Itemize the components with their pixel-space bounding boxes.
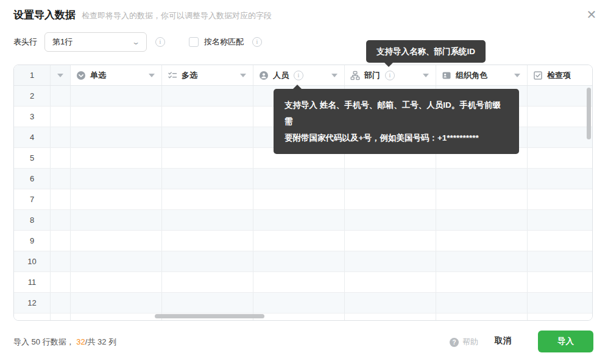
table-cell: [162, 169, 253, 189]
table-cell: [253, 272, 345, 292]
row-gutter-cell: [51, 251, 71, 271]
table-cell: [71, 251, 162, 271]
table-cell: [436, 293, 528, 313]
table-cell: [71, 169, 162, 189]
help-button[interactable]: ? 帮助: [450, 337, 478, 348]
row-gutter-cell: [51, 210, 71, 230]
row-number-cell: 11: [14, 272, 51, 292]
table-cell: [345, 293, 436, 313]
table-cell: [71, 148, 162, 168]
row-number-cell: [14, 313, 51, 321]
table-row: 8: [14, 210, 592, 231]
column-header-多选[interactable]: 多选: [162, 65, 253, 85]
table-cell: [162, 189, 253, 209]
row-number-cell: 4: [14, 127, 51, 147]
row-gutter-cell: [51, 293, 71, 313]
row-number-cell: 10: [14, 251, 51, 271]
vertical-scrollbar[interactable]: [587, 88, 591, 139]
table-cell: [71, 86, 162, 106]
column-header-组织角色[interactable]: 组织角色: [436, 65, 528, 85]
table-cell: [436, 169, 528, 189]
department-tooltip-text: 支持导入名称、部门系统ID: [376, 47, 475, 56]
table-row: 10: [14, 251, 592, 272]
table-cell: [528, 210, 593, 230]
table-cell: [253, 189, 345, 209]
table-cell: [71, 127, 162, 147]
column-header-label: 组织角色: [456, 70, 487, 81]
single-select-icon: [76, 71, 86, 80]
person-tooltip-line2: 要附带国家代码以及+号，例如美国号码：+1**********: [285, 130, 508, 146]
cancel-button[interactable]: 取消: [495, 335, 511, 346]
info-icon[interactable]: i: [385, 71, 395, 80]
table-cell: [528, 86, 593, 106]
header-row-select-value: 第1行: [52, 37, 133, 47]
table-cell: [345, 251, 436, 271]
table-cell: [71, 210, 162, 230]
table-row: 11: [14, 272, 592, 293]
dropdown-arrow-icon[interactable]: [514, 74, 520, 77]
dropdown-arrow-icon[interactable]: [331, 74, 338, 77]
info-icon[interactable]: i: [294, 71, 303, 80]
table-cell: [345, 210, 436, 230]
table-header-row: 1 单选多选人员i部门i组织角色检查项: [14, 65, 592, 86]
table-cell: [345, 189, 436, 209]
column-header-部门[interactable]: 部门i: [345, 65, 436, 85]
chevron-down-icon: [57, 74, 63, 77]
table-row: 9: [14, 231, 592, 251]
row-number-cell: 7: [14, 189, 51, 209]
match-by-name-checkbox[interactable]: [189, 37, 199, 47]
table-cell: [253, 169, 345, 189]
dropdown-arrow-icon[interactable]: [149, 74, 155, 77]
table-cell: [528, 169, 593, 189]
import-button[interactable]: 导入: [538, 331, 593, 352]
table-cell: [528, 127, 593, 147]
row-gutter-cell: [51, 313, 71, 321]
table-cell: [528, 251, 593, 271]
table-cell: [162, 148, 253, 168]
table-row: 6: [14, 169, 592, 189]
close-icon[interactable]: ✕: [585, 8, 598, 21]
chevron-down-icon: ⌄: [132, 38, 140, 46]
table-cell: [345, 272, 436, 292]
table-cell: [162, 272, 253, 292]
header-row-info-icon[interactable]: i: [155, 37, 165, 47]
department-icon: [350, 71, 360, 80]
horizontal-scrollbar[interactable]: [155, 314, 264, 318]
header-row-select[interactable]: 第1行 ⌄: [44, 32, 147, 52]
column-header-label: 检查项: [547, 70, 571, 81]
page-title: 设置导入数据: [13, 8, 76, 22]
table-cell: [253, 231, 345, 251]
dropdown-arrow-icon[interactable]: [240, 74, 246, 77]
person-icon: [259, 71, 269, 80]
row-number-cell: 6: [14, 169, 51, 189]
column-header-检查项[interactable]: 检查项: [528, 65, 593, 85]
tooltip-arrow-down: [384, 62, 394, 67]
table-cell: [162, 231, 253, 251]
table-cell: [162, 251, 253, 271]
table-cell: [436, 210, 528, 230]
table-cell: [345, 231, 436, 251]
column-header-单选[interactable]: 单选: [71, 65, 162, 85]
table-cell: [528, 189, 593, 209]
match-by-name-info-icon[interactable]: i: [252, 37, 262, 47]
table-cell: [71, 107, 162, 127]
table-cell: [162, 127, 253, 147]
row-number-cell: 9: [14, 231, 51, 251]
table-cell: [436, 251, 528, 271]
column-header-label: 人员: [273, 70, 289, 81]
row-gutter-cell: [51, 127, 71, 147]
column-header-label: 部门: [364, 70, 380, 81]
dropdown-arrow-icon[interactable]: [423, 74, 429, 77]
table-cell: [162, 210, 253, 230]
table-cell: [253, 210, 345, 230]
row-number-dropdown-cell[interactable]: [51, 65, 71, 85]
role-badge-icon: [442, 71, 451, 80]
table-cell: [528, 272, 593, 292]
row-number-cell: 12: [14, 293, 51, 313]
checkbox-check-icon: [533, 71, 543, 80]
match-by-name-label: 按名称匹配: [204, 37, 244, 47]
table-cell: [528, 313, 593, 321]
row-number-header-cell: 1: [14, 65, 51, 85]
column-header-人员[interactable]: 人员i: [253, 65, 345, 85]
column-header-label: 多选: [182, 70, 197, 81]
